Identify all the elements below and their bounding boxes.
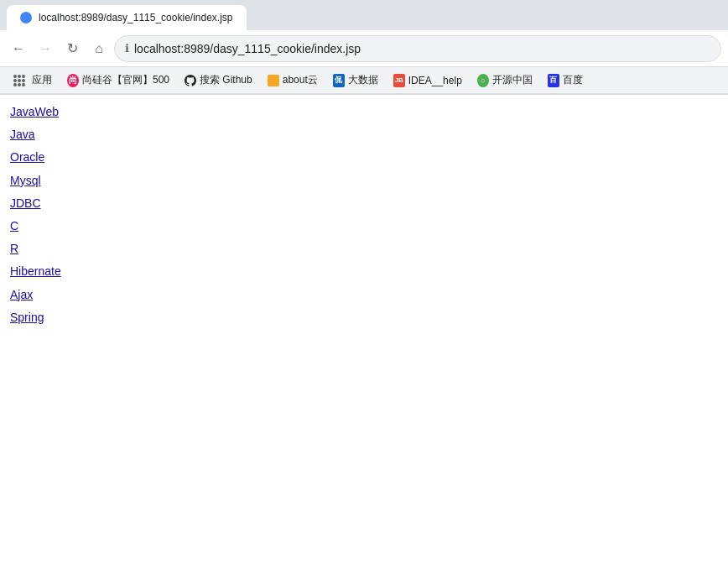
bookmark-apps-label: 应用 — [32, 73, 52, 87]
list-item: C — [10, 216, 718, 237]
idea-icon: JB — [393, 75, 405, 86]
browser-chrome: localhost:8989/dasy_1115_cookie/index.js… — [0, 0, 728, 95]
reload-button[interactable]: ↻ — [60, 37, 84, 60]
home-button[interactable]: ⌂ — [87, 37, 111, 60]
list-item: Spring — [10, 307, 718, 328]
bookmark-bigdata[interactable]: 侃 大数据 — [326, 71, 385, 90]
nav-bar: ← → ↻ ⌂ ℹ localhost:8989/dasy_1115_cooki… — [0, 30, 728, 67]
tab-bar: localhost:8989/dasy_1115_cookie/index.js… — [0, 0, 728, 30]
bookmark-github[interactable]: 搜索 Github — [178, 71, 259, 90]
link-mysql[interactable]: Mysql — [10, 170, 41, 191]
bookmark-oschina-label: 开源中国 — [492, 73, 533, 87]
tab-favicon — [20, 12, 32, 24]
forward-button[interactable]: → — [34, 37, 57, 60]
bookmark-idea-label: IDEA__help — [408, 75, 462, 86]
tab-title: localhost:8989/dasy_1115_cookie/index.js… — [39, 12, 233, 24]
bookmark-aboutyun-label: about云 — [283, 73, 318, 87]
bookmark-shgv[interactable]: 尚 尚硅谷【官网】500 — [60, 71, 176, 90]
link-jdbc[interactable]: JDBC — [10, 193, 41, 214]
link-c[interactable]: C — [10, 216, 18, 237]
bookmark-baidu-label: 百度 — [563, 73, 583, 87]
link-javaweb[interactable]: JavaWeb — [10, 102, 59, 123]
list-item: R — [10, 238, 718, 259]
list-item: Hibernate — [10, 261, 718, 282]
shgv-icon: 尚 — [67, 75, 79, 86]
bookmark-idea[interactable]: JB IDEA__help — [387, 72, 469, 89]
active-tab[interactable]: localhost:8989/dasy_1115_cookie/index.js… — [7, 5, 247, 30]
address-bar[interactable]: ℹ localhost:8989/dasy_1115_cookie/index.… — [114, 35, 721, 62]
list-item: Ajax — [10, 285, 718, 306]
address-url: localhost:8989/dasy_1115_cookie/index.js… — [134, 42, 361, 55]
github-icon — [185, 75, 196, 86]
aboutyun-icon — [268, 75, 279, 86]
list-item: Java — [10, 124, 718, 145]
back-button[interactable]: ← — [7, 37, 30, 60]
bigdata-icon: 侃 — [333, 75, 345, 86]
link-java[interactable]: Java — [10, 124, 35, 145]
list-item: Mysql — [10, 170, 718, 191]
bookmark-oschina[interactable]: ○ 开源中国 — [471, 71, 539, 90]
link-oracle[interactable]: Oracle — [10, 147, 44, 168]
list-item: JDBC — [10, 193, 718, 214]
link-ajax[interactable]: Ajax — [10, 285, 33, 306]
bookmark-bigdata-label: 大数据 — [348, 73, 378, 87]
baidu-icon: 百 — [548, 75, 559, 86]
list-item: JavaWeb — [10, 102, 718, 123]
bookmark-baidu[interactable]: 百 百度 — [541, 71, 590, 90]
link-r[interactable]: R — [10, 238, 18, 259]
list-item: Oracle — [10, 147, 718, 168]
bookmark-github-label: 搜索 Github — [200, 73, 252, 87]
bookmark-aboutyun[interactable]: about云 — [261, 71, 325, 90]
page-content: JavaWebJavaOracleMysqlJDBCCRHibernateAja… — [0, 95, 728, 556]
link-spring[interactable]: Spring — [10, 307, 44, 328]
oschina-icon: ○ — [477, 75, 489, 86]
bookmark-apps[interactable]: 应用 — [7, 71, 59, 90]
link-hibernate[interactable]: Hibernate — [10, 261, 61, 282]
bookmarks-bar: 应用 尚 尚硅谷【官网】500 搜索 Github about云 侃 — [0, 67, 728, 94]
link-list: JavaWebJavaOracleMysqlJDBCCRHibernateAja… — [10, 102, 718, 328]
address-info-icon: ℹ — [125, 42, 129, 55]
bookmark-shgv-label: 尚硅谷【官网】500 — [82, 73, 169, 87]
apps-icon — [13, 75, 25, 86]
